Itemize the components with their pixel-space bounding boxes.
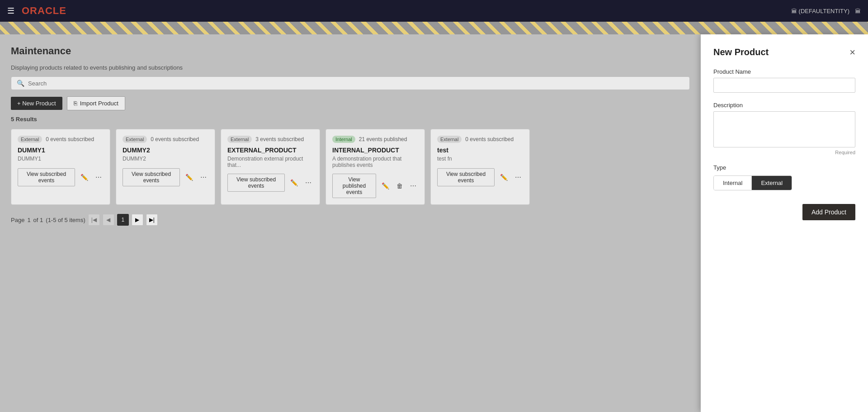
view-events-button-0[interactable]: View subscribed events — [18, 168, 75, 186]
import-icon: ⎘ — [74, 100, 77, 107]
description-group: Description Required — [713, 102, 855, 155]
more-button-3[interactable]: ⋯ — [408, 181, 418, 190]
nav-icon-2[interactable]: 🏛 — [855, 8, 861, 14]
current-page-display: 1 — [27, 217, 30, 223]
search-bar: 🔍 — [11, 76, 690, 90]
card-actions-2: View subscribed events ✏️ ⋯ — [227, 174, 313, 192]
description-input[interactable] — [713, 111, 855, 147]
subtitle: Displaying products related to events pu… — [11, 64, 690, 71]
panel-title: New Product — [713, 47, 769, 57]
badge-type-4: External — [437, 136, 462, 143]
card-subtitle-3: A demonstration product that publishes e… — [332, 156, 418, 168]
pagination: Page 1 of 1 (1-5 of 5 items) |◀ ◀ 1 ▶ ▶| — [11, 214, 690, 226]
search-input[interactable] — [28, 80, 684, 87]
decorative-banner — [0, 22, 868, 34]
nav-entity[interactable]: 🏛 (DEFAULTENTITY) — [791, 8, 849, 14]
card-badge-row-3: Internal 21 events published — [332, 136, 418, 143]
events-count-3: 21 events published — [359, 136, 407, 142]
delete-button-3[interactable]: 🗑 — [395, 181, 405, 190]
type-internal-button[interactable]: Internal — [714, 176, 752, 190]
content-area: Maintenance Displaying products related … — [0, 34, 701, 412]
cards-container: External 0 events subscribed DUMMY1 DUMM… — [11, 129, 690, 205]
product-card-4: External 0 events subscribed test test f… — [430, 129, 530, 205]
nav-icon-2-icon: 🏛 — [855, 8, 861, 14]
type-external-button[interactable]: External — [752, 176, 792, 190]
entity-icon: 🏛 — [791, 8, 797, 14]
view-events-button-4[interactable]: View subscribed events — [437, 168, 495, 186]
view-events-button-1[interactable]: View subscribed events — [123, 168, 180, 186]
next-page-button[interactable]: ▶ — [132, 214, 143, 226]
card-badge-row-1: External 0 events subscribed — [123, 136, 208, 143]
of-label: of 1 — [33, 217, 43, 223]
results-count: 5 Results — [11, 116, 690, 123]
entity-label: (DEFAULTENTITY) — [799, 8, 849, 14]
card-title-3: INTERNAL_PRODUCT — [332, 147, 418, 154]
main-layout: Maintenance Displaying products related … — [0, 34, 868, 412]
card-subtitle-2: Demonstration external product that... — [227, 156, 313, 168]
card-actions-1: View subscribed events ✏️ ⋯ — [123, 168, 208, 186]
card-title-2: EXTERNAL_PRODUCT — [227, 147, 313, 154]
card-title-0: DUMMY1 — [18, 147, 104, 154]
page-number-1[interactable]: 1 — [117, 214, 129, 226]
add-product-button[interactable]: Add Product — [802, 204, 855, 220]
prev-page-button[interactable]: ◀ — [103, 214, 114, 226]
events-count-4: 0 events subscribed — [465, 136, 514, 142]
close-button[interactable]: × — [849, 47, 855, 57]
panel-header: New Product × — [713, 47, 855, 57]
more-button-4[interactable]: ⋯ — [513, 173, 523, 182]
view-events-button-2[interactable]: View subscribed events — [227, 174, 285, 192]
top-nav: ☰ ORACLE 🏛 (DEFAULTENTITY) 🏛 — [0, 0, 868, 22]
badge-type-0: External — [18, 136, 42, 143]
card-actions-3: View published events ✏️ 🗑 ⋯ — [332, 174, 418, 198]
toolbar: + New Product ⎘ Import Product — [11, 96, 690, 110]
nav-icons: 🏛 (DEFAULTENTITY) 🏛 — [791, 8, 861, 14]
product-name-group: Product Name — [713, 68, 855, 93]
type-toggle: Internal External — [713, 175, 792, 190]
badge-type-2: External — [227, 136, 252, 143]
edit-button-1[interactable]: ✏️ — [184, 173, 195, 182]
page-title: Maintenance — [11, 45, 690, 57]
more-button-1[interactable]: ⋯ — [198, 173, 208, 182]
card-title-4: test — [437, 147, 523, 154]
more-button-2[interactable]: ⋯ — [303, 178, 313, 187]
product-name-input[interactable] — [713, 78, 855, 93]
description-label: Description — [713, 102, 855, 109]
card-title-1: DUMMY2 — [123, 147, 208, 154]
product-card-2: External 3 events subscribed EXTERNAL_PR… — [221, 129, 320, 205]
events-count-2: 3 events subscribed — [255, 136, 304, 142]
range-label: (1-5 of 5 items) — [46, 217, 85, 223]
card-subtitle-4: test fn — [437, 156, 523, 163]
more-button-0[interactable]: ⋯ — [94, 173, 104, 182]
card-subtitle-0: DUMMY1 — [18, 156, 104, 163]
badge-type-3: Internal — [332, 136, 355, 143]
import-product-button[interactable]: ⎘ Import Product — [67, 96, 125, 110]
required-hint: Required — [713, 150, 855, 155]
hamburger-icon[interactable]: ☰ — [7, 6, 14, 16]
card-badge-row-2: External 3 events subscribed — [227, 136, 313, 143]
product-card-0: External 0 events subscribed DUMMY1 DUMM… — [11, 129, 110, 205]
edit-button-2[interactable]: ✏️ — [288, 178, 300, 187]
side-panel: New Product × Product Name Description R… — [701, 34, 868, 412]
card-subtitle-1: DUMMY2 — [123, 156, 208, 163]
panel-footer: Add Product — [713, 204, 855, 220]
view-events-button-3[interactable]: View published events — [332, 174, 376, 198]
first-page-button[interactable]: |◀ — [88, 214, 100, 226]
edit-button-4[interactable]: ✏️ — [498, 173, 509, 182]
last-page-button[interactable]: ▶| — [146, 214, 158, 226]
new-product-button[interactable]: + New Product — [11, 97, 62, 110]
card-badge-row-4: External 0 events subscribed — [437, 136, 523, 143]
edit-button-0[interactable]: ✏️ — [79, 173, 90, 182]
edit-button-3[interactable]: ✏️ — [380, 181, 391, 190]
card-badge-row-0: External 0 events subscribed — [18, 136, 104, 143]
card-actions-0: View subscribed events ✏️ ⋯ — [18, 168, 104, 186]
search-icon: 🔍 — [17, 80, 24, 87]
events-count-0: 0 events subscribed — [46, 136, 94, 142]
card-actions-4: View subscribed events ✏️ ⋯ — [437, 168, 523, 186]
type-label: Type — [713, 164, 855, 171]
product-card-3: Internal 21 events published INTERNAL_PR… — [326, 129, 425, 205]
events-count-1: 0 events subscribed — [151, 136, 199, 142]
product-name-label: Product Name — [713, 68, 855, 75]
product-card-1: External 0 events subscribed DUMMY2 DUMM… — [116, 129, 215, 205]
type-group: Type Internal External — [713, 164, 855, 190]
import-label: Import Product — [80, 100, 118, 107]
